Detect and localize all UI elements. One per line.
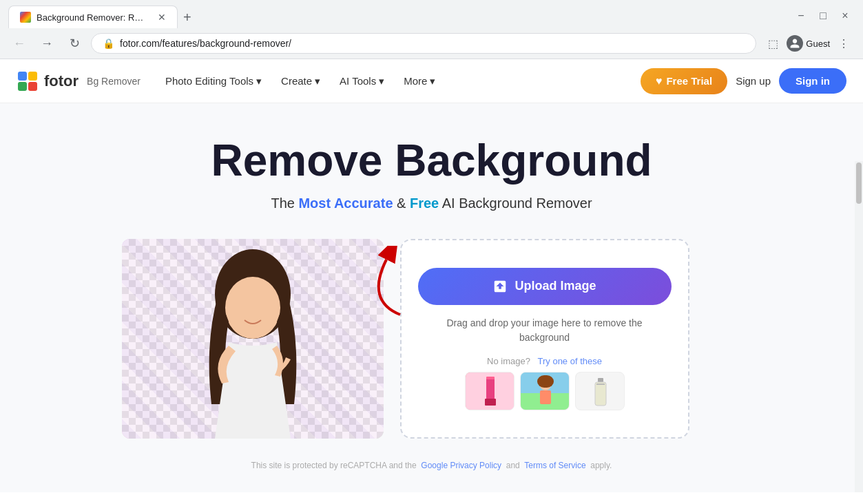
profile-icon[interactable] (787, 35, 803, 52)
upload-image-button[interactable]: Upload Image (418, 268, 672, 305)
window-minimize-button[interactable]: − (791, 6, 811, 25)
terms-of-service-link[interactable]: Terms of Service (524, 461, 585, 470)
security-lock-icon: 🔒 (103, 38, 114, 49)
hero-title: Remove Background (211, 136, 652, 185)
scrollbar[interactable] (855, 161, 863, 492)
lipstick-thumbnail (466, 372, 514, 410)
person-thumbnail (521, 372, 570, 410)
back-button[interactable]: ← (8, 32, 30, 54)
browser-tab[interactable]: Background Remover: Remove B ✕ (8, 6, 178, 28)
sample-image-2[interactable] (520, 372, 570, 410)
nav-more[interactable]: More ▾ (395, 70, 444, 93)
tab-title: Background Remover: Remove B (37, 12, 147, 23)
sample-image-1[interactable] (465, 372, 514, 410)
privacy-policy-link[interactable]: Google Privacy Policy (421, 461, 501, 470)
sign-in-button[interactable]: Sign in (779, 68, 846, 94)
window-maximize-button[interactable]: □ (813, 6, 833, 25)
subtitle-accent-free: Free (410, 196, 439, 211)
drag-drop-text: Drag and drop your image here to remove … (446, 316, 642, 345)
subtitle-separator: & (393, 196, 410, 211)
demo-image-container (122, 239, 384, 439)
free-trial-button[interactable]: ♥ Free Trial (641, 68, 727, 94)
svg-rect-9 (486, 378, 495, 400)
hero-subtitle: The Most Accurate & Free AI Background R… (271, 196, 592, 211)
cast-button[interactable]: ⬚ (762, 32, 784, 54)
svg-rect-18 (598, 378, 603, 382)
svg-rect-20 (596, 384, 605, 385)
upload-area: Upload Image Drag and drop your image he… (400, 239, 689, 439)
svg-rect-15 (540, 390, 551, 404)
main-content: Remove Background The Most Accurate & Fr… (0, 103, 863, 492)
subtitle-accent-accurate: Most Accurate (298, 196, 393, 211)
nav-create[interactable]: Create ▾ (273, 70, 329, 93)
svg-rect-4 (28, 82, 37, 91)
chevron-down-icon: ▾ (256, 75, 262, 87)
bottle-thumbnail (576, 372, 625, 410)
logo-text: fotor (44, 72, 79, 90)
new-tab-button[interactable]: + (178, 7, 197, 28)
heart-icon: ♥ (656, 75, 663, 87)
window-close-button[interactable]: × (835, 6, 855, 25)
scrollbar-thumb[interactable] (856, 162, 862, 204)
subtitle-suffix: AI Background Remover (439, 196, 592, 211)
logo-subtitle: Bg Remover (87, 76, 141, 87)
demo-section: Upload Image Drag and drop your image he… (122, 239, 742, 439)
nav-photo-editing-tools[interactable]: Photo Editing Tools ▾ (157, 70, 270, 93)
demo-image (122, 239, 384, 439)
site-navigation: fotor Bg Remover Photo Editing Tools ▾ C… (0, 59, 863, 103)
browser-actions: ⬚ Guest ⋮ (762, 32, 855, 54)
address-text: fotor.com/features/background-remover/ (120, 38, 745, 49)
refresh-button[interactable]: ↻ (63, 32, 85, 54)
chevron-down-icon: ▾ (430, 75, 435, 87)
red-arrow-indicator (352, 246, 407, 328)
svg-rect-10 (485, 399, 496, 406)
upload-icon (492, 279, 508, 294)
footer-text: This site is protected by reCAPTCHA and … (251, 461, 612, 470)
nav-links: Photo Editing Tools ▾ Create ▾ AI Tools … (157, 70, 641, 93)
browser-menu-button[interactable]: ⋮ (833, 32, 855, 54)
chevron-down-icon: ▾ (379, 75, 384, 87)
sample-thumbnails (465, 372, 625, 410)
sample-image-3[interactable] (575, 372, 625, 410)
svg-rect-1 (18, 72, 27, 81)
upload-section: Upload Image Drag and drop your image he… (400, 239, 742, 439)
svg-rect-11 (486, 377, 495, 379)
subtitle-prefix: The (271, 196, 298, 211)
nav-ai-tools[interactable]: AI Tools ▾ (331, 70, 393, 93)
chevron-down-icon: ▾ (315, 75, 320, 87)
profile-name: Guest (806, 39, 830, 49)
sign-up-button[interactable]: Sign up (736, 75, 771, 87)
woman-illustration (122, 239, 384, 439)
logo-area[interactable]: fotor Bg Remover (17, 70, 141, 92)
browser-toolbar: ← → ↻ 🔒 fotor.com/features/background-re… (0, 28, 863, 59)
svg-rect-16 (537, 375, 554, 388)
no-image-text: No image? Try one of these (487, 356, 602, 366)
svg-point-6 (225, 277, 280, 339)
sample-images-row: No image? Try one of these (418, 356, 672, 410)
address-bar[interactable]: 🔒 fotor.com/features/background-remover/ (91, 33, 756, 54)
tab-close-button[interactable]: ✕ (158, 12, 166, 23)
svg-rect-19 (595, 382, 606, 406)
svg-rect-2 (28, 72, 37, 81)
nav-actions: ♥ Free Trial Sign up Sign in (641, 68, 846, 94)
fotor-logo-icon (17, 70, 39, 92)
forward-button[interactable]: → (36, 32, 58, 54)
tab-favicon (20, 12, 31, 23)
svg-rect-3 (18, 82, 27, 91)
